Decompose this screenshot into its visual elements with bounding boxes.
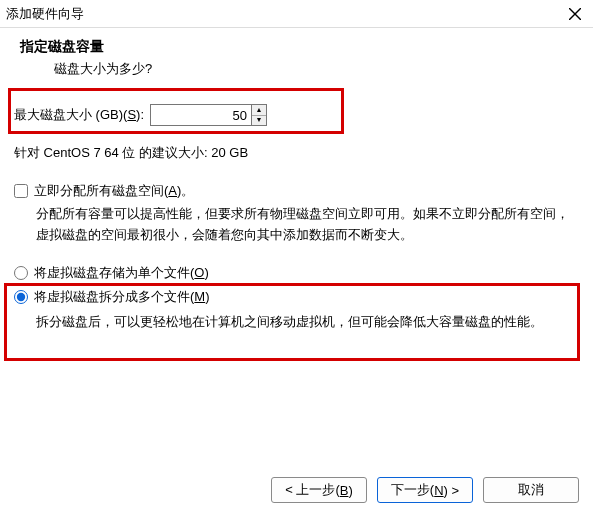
store-single-file-radio[interactable]	[14, 266, 28, 280]
label-accel: A	[168, 183, 177, 198]
spinner-up-button[interactable]: ▲	[252, 105, 266, 116]
label-text: )。	[177, 183, 194, 198]
recommended-size-text: 针对 CentOS 7 64 位 的建议大小: 20 GB	[14, 144, 579, 162]
label-text: )	[348, 483, 352, 498]
label-text: ):	[136, 107, 144, 122]
allocate-now-row[interactable]: 立即分配所有磁盘空间(A)。	[14, 182, 579, 200]
split-multiple-files-radio[interactable]	[14, 290, 28, 304]
max-disk-size-spinner: ▲ ▼	[150, 104, 267, 126]
close-icon	[569, 8, 581, 20]
store-single-file-label: 将虚拟磁盘存储为单个文件(O)	[34, 264, 209, 282]
close-button[interactable]	[565, 4, 585, 24]
allocate-now-description: 分配所有容量可以提高性能，但要求所有物理磁盘空间立即可用。如果不立即分配所有空间…	[36, 204, 579, 246]
next-button[interactable]: 下一步(N) >	[377, 477, 473, 503]
spinner-buttons: ▲ ▼	[251, 105, 266, 125]
label-text: 立即分配所有磁盘空间(	[34, 183, 168, 198]
label-accel: B	[340, 483, 349, 498]
label-text: 将虚拟磁盘拆分成多个文件(	[34, 289, 194, 304]
split-multiple-files-description: 拆分磁盘后，可以更轻松地在计算机之间移动虚拟机，但可能会降低大容量磁盘的性能。	[36, 312, 579, 333]
wizard-footer: < 上一步(B) 下一步(N) > 取消	[271, 477, 579, 503]
spinner-down-button[interactable]: ▼	[252, 116, 266, 126]
label-text: )	[204, 265, 208, 280]
page-title: 指定磁盘容量	[6, 38, 593, 56]
label-text: 最大磁盘大小 (GB)(	[14, 107, 127, 122]
titlebar: 添加硬件向导	[0, 0, 593, 28]
window-title: 添加硬件向导	[6, 5, 84, 23]
wizard-body: 最大磁盘大小 (GB)(S): ▲ ▼ 针对 CentOS 7 64 位 的建议…	[0, 92, 593, 334]
split-multiple-files-group: 将虚拟磁盘拆分成多个文件(M) 拆分磁盘后，可以更轻松地在计算机之间移动虚拟机，…	[14, 288, 579, 335]
store-single-file-row[interactable]: 将虚拟磁盘存储为单个文件(O)	[14, 264, 579, 282]
allocate-now-checkbox[interactable]	[14, 184, 28, 198]
label-text: 下一步(	[391, 481, 434, 499]
max-disk-size-input[interactable]	[151, 105, 251, 125]
cancel-button[interactable]: 取消	[483, 477, 579, 503]
label-accel: O	[194, 265, 204, 280]
wizard-header: 指定磁盘容量 磁盘大小为多少?	[0, 28, 593, 92]
label-accel: S	[127, 107, 136, 122]
label-accel: M	[194, 289, 205, 304]
split-multiple-files-row[interactable]: 将虚拟磁盘拆分成多个文件(M)	[14, 288, 579, 306]
max-disk-size-label: 最大磁盘大小 (GB)(S):	[14, 106, 144, 124]
label-text: ) >	[444, 483, 460, 498]
max-disk-size-row: 最大磁盘大小 (GB)(S): ▲ ▼	[14, 104, 579, 126]
back-button[interactable]: < 上一步(B)	[271, 477, 367, 503]
allocate-now-label: 立即分配所有磁盘空间(A)。	[34, 182, 194, 200]
label-text: 将虚拟磁盘存储为单个文件(	[34, 265, 194, 280]
label-text: < 上一步(	[285, 481, 340, 499]
split-multiple-files-label: 将虚拟磁盘拆分成多个文件(M)	[34, 288, 210, 306]
label-text: )	[205, 289, 209, 304]
label-accel: N	[434, 483, 443, 498]
page-subtitle: 磁盘大小为多少?	[6, 60, 593, 78]
